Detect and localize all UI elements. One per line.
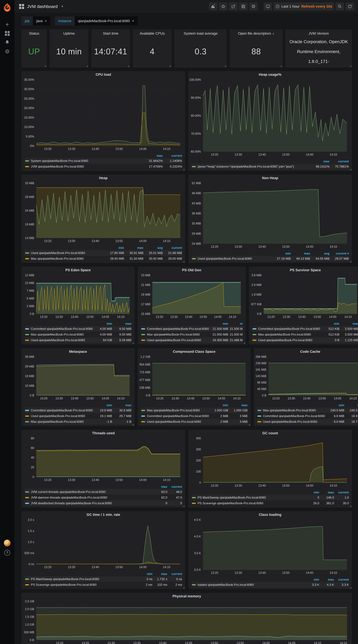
legend-column-header[interactable]: min — [93, 404, 112, 407]
legend-row[interactable]: Committed qianjiadeMacBook-Pro.local:606… — [141, 326, 243, 332]
panel-title-eden[interactable]: PS Eden Space — [22, 266, 134, 273]
legend-row[interactable]: Used qianjiadeMacBook-Pro.local:60602 Mi… — [141, 419, 248, 424]
panel-resize-handle[interactable] — [183, 168, 185, 170]
legend-column-header[interactable]: min — [209, 322, 228, 326]
add-panel-button[interactable] — [209, 2, 218, 10]
legend-row[interactable]: Max qianjiadeMacBook-Pro.local:606021.50… — [141, 332, 243, 337]
refresh-button[interactable] — [346, 2, 354, 10]
settings-gear-icon[interactable]: ⚙ — [0, 47, 15, 56]
panel-title-ccs[interactable]: Compressed Class Space — [138, 348, 251, 354]
stat-title-uptime[interactable]: Uptime — [50, 29, 88, 36]
variable-job-value[interactable]: java▼ — [33, 16, 50, 26]
legend-column-header[interactable]: max — [310, 160, 329, 163]
plot-area[interactable]: 13:2013:3013:4013:5014:0014:10 — [268, 357, 358, 396]
plot-area[interactable]: 13:2013:3013:4013:5014:0014:10 — [36, 80, 180, 146]
legend-column-header[interactable]: max — [319, 490, 334, 494]
variable-instance-value[interactable]: qianjiadeMacBook-Pro.local:6060▼ — [75, 16, 138, 26]
stat-title-status[interactable]: Status — [22, 29, 47, 36]
legend-column-header[interactable]: min — [271, 252, 291, 255]
panel-title-codecache[interactable]: Code Cache — [254, 348, 358, 354]
legend-column-header[interactable]: current — [334, 490, 349, 494]
legend-row[interactable]: Committed qianjiadeMacBook-Pro.local:606… — [25, 408, 131, 413]
panel-title-classloading[interactable]: Class loading — [188, 511, 352, 517]
panel-title-oldgen[interactable]: PS Old Gen — [138, 266, 246, 273]
legend-row[interactable]: PS MarkSweep qianjiadeMacBook-Pro.local:… — [25, 576, 182, 582]
legend-column-header[interactable]: current — [163, 154, 182, 158]
legend-row[interactable]: Committed qianjiadeMacBook-Pro.local:606… — [257, 413, 358, 419]
legend-row[interactable]: System qianjiadeMacBook-Pro.local:606031… — [25, 158, 182, 164]
legend-column-header[interactable]: max — [228, 404, 248, 407]
panel-resize-handle[interactable] — [132, 342, 134, 344]
legend-row[interactable]: Max qianjiadeMacBook-Pro.local:60601.000… — [141, 408, 248, 413]
legend-column-header[interactable]: current — [167, 572, 182, 576]
panel-title-gccount[interactable]: GC count — [188, 430, 352, 436]
save-button[interactable] — [239, 2, 248, 10]
legend-column-header[interactable]: max — [112, 322, 131, 326]
legend-column-header[interactable]: min — [325, 404, 344, 407]
help-icon[interactable]: ? — [4, 550, 10, 556]
legend-row[interactable]: Committed qianjiadeMacBook-Pro.local:606… — [141, 413, 248, 419]
legend-row[interactable]: Committed qianjiadeMacBook-Pro.local:606… — [252, 326, 358, 332]
legend-column-header[interactable]: max — [152, 485, 167, 488]
plot-area[interactable]: 13:2013:3013:4013:5014:0014:10 — [203, 438, 347, 482]
plot-area[interactable]: 13:2013:3013:4013:5014:0014:10 — [152, 357, 246, 396]
stat-title-system-load-average[interactable]: System load average — [174, 29, 227, 36]
plot-area[interactable]: 13:2013:3013:4013:5014:0014:10 — [152, 275, 241, 314]
legend-row[interactable]: Max qianjiadeMacBook-Pro.local:60604.00 … — [25, 332, 131, 337]
panel-resize-handle[interactable] — [350, 168, 351, 170]
plot-area[interactable]: 13:2013:3013:4013:5014:0014:10 — [36, 183, 180, 238]
legend-row[interactable]: Used qianjiadeMacBook-Pro.local:60600 B1… — [252, 337, 358, 343]
legend-column-header[interactable]: current — [167, 485, 182, 488]
legend-column-header[interactable]: max — [152, 572, 167, 576]
panel-resize-handle[interactable] — [86, 65, 88, 67]
legend-column-header[interactable]: min — [138, 572, 152, 576]
plot-area[interactable]: 13:2013:2513:3013:3513:4013:4513:5013:55… — [36, 601, 347, 640]
panel-title-physmem[interactable]: Physical memory — [22, 593, 352, 599]
zoom-out-button[interactable] — [335, 2, 344, 10]
legend-row[interactable]: Max qianjiadeMacBook-Pro.local:6060240.0… — [257, 408, 358, 413]
stat-title-start-time[interactable]: Start time — [91, 29, 130, 36]
dashboard-settings-button[interactable]: ⚙ — [249, 2, 258, 10]
panel-resize-handle[interactable] — [350, 65, 351, 67]
panel-resize-handle[interactable] — [350, 261, 351, 262]
plot-area[interactable]: 13:2013:3013:4013:5014:0014:10 — [203, 520, 347, 570]
legend-row[interactable]: PS Scavenge qianjiadeMacBook-Pro.local:6… — [25, 582, 182, 588]
panel-title-metaspace[interactable]: Metaspace — [22, 348, 134, 354]
panel-title-threads[interactable]: Threads used — [22, 430, 185, 436]
legend-column-header[interactable]: max — [124, 246, 143, 250]
plot-area[interactable]: 13:2013:3013:4013:5014:0014:10 — [264, 275, 357, 314]
legend-row[interactable]: PS MarkSweep qianjiadeMacBook-Pro.local:… — [191, 495, 349, 500]
legend-column-header[interactable]: current — [329, 160, 349, 163]
panel-resize-handle[interactable] — [183, 505, 185, 507]
legend-row[interactable]: Used qianjiadeMacBook-Pro.local:606017.8… — [25, 250, 182, 256]
plot-area[interactable]: 13:2013:3013:4013:5014:0014:10 — [36, 520, 180, 564]
panel-title-survivor[interactable]: PS Survivor Space — [249, 266, 358, 273]
user-avatar[interactable] — [4, 540, 11, 546]
legend-column-header[interactable]: max — [112, 404, 131, 407]
legend-column-header[interactable]: min — [320, 322, 339, 326]
panel-title-heapusage[interactable]: Heap usage% — [188, 71, 352, 77]
legend-row[interactable]: loaded qianjiadeMacBook-Pro.local:60603.… — [191, 582, 349, 588]
share-button[interactable] — [229, 2, 238, 10]
panel-resize-handle[interactable] — [132, 424, 134, 426]
legend-row[interactable]: Used qianjiadeMacBook-Pro.local:606016.3… — [141, 337, 243, 343]
panel-resize-handle[interactable] — [45, 65, 46, 67]
plot-area[interactable]: 13:2013:3013:4013:5014:0014:10 — [36, 438, 180, 477]
legend-column-header[interactable]: avg — [310, 252, 329, 255]
legend-column-header[interactable]: min — [93, 322, 112, 326]
legend-column-header[interactable]: max — [143, 154, 163, 158]
legend-row[interactable]: {area="heap",instance="qianjiadeMacBook-… — [191, 164, 349, 169]
legend-column-header[interactable]: max — [319, 578, 334, 582]
panel-resize-handle[interactable] — [248, 424, 250, 426]
stat-title-available-cpus[interactable]: Available CPUs — [133, 29, 171, 36]
legend-column-header[interactable]: min — [304, 490, 319, 494]
panel-resize-handle[interactable] — [128, 65, 129, 67]
legend-row[interactable]: Committed qianjiadeMacBook-Pro.local:606… — [25, 326, 131, 332]
legend-column-header[interactable]: avg — [143, 246, 163, 250]
legend-column-header[interactable]: max — [291, 252, 310, 255]
panel-resize-handle[interactable] — [350, 587, 351, 588]
legend-row[interactable]: JVM daemon threads qianjiadeMacBook-Pro.… — [25, 495, 182, 500]
stat-title-open-file-descriptors[interactable]: Open file descriptors▼ — [230, 29, 283, 36]
legend-row[interactable]: Used qianjiadeMacBook-Pro.local:60606.0 … — [257, 419, 358, 424]
legend-row[interactable]: Max qianjiadeMacBook-Pro.local:606028.50… — [25, 256, 182, 262]
